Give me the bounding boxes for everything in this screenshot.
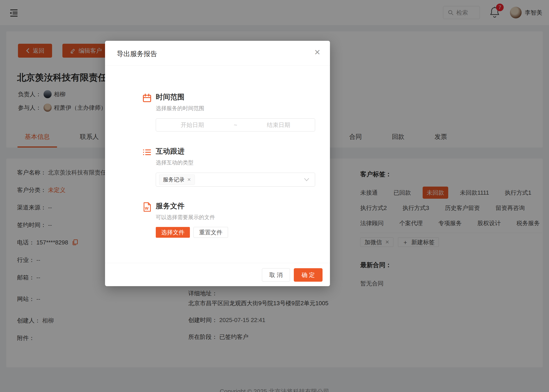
interaction-title: 互动跟进 [156,147,315,156]
service-files-title: 服务文件 [156,201,315,210]
modal-title: 导出服务报告 [117,49,157,58]
remove-option-icon[interactable]: ✕ [187,177,191,182]
modal-header: 导出服务报告 ✕ [105,41,330,65]
reset-files-button[interactable]: 重置文件 [193,227,228,238]
time-range-title: 时间范围 [156,92,315,101]
interaction-type-select[interactable]: 服务记录 ✕ [156,173,315,187]
interaction-section: 互动跟进 选择互动的类型 服务记录 ✕ [142,147,315,187]
export-report-modal: 导出服务报告 ✕ 时间范围 选择服务的时间范围 开始日期 ~ 结束日期 [105,41,330,286]
word-file-icon: W [142,202,152,212]
end-date-placeholder[interactable]: 结束日期 [242,121,315,129]
selected-option-chip: 服务记录 ✕ [159,175,195,185]
chevron-down-icon [304,178,309,182]
cancel-button[interactable]: 取 消 [262,268,290,282]
time-range-subtitle: 选择服务的时间范围 [156,105,315,112]
modal-footer: 取 消 确 定 [105,263,330,286]
calendar-icon [142,93,152,103]
service-files-subtitle: 可以选择需要展示的文件 [156,214,315,221]
start-date-placeholder[interactable]: 开始日期 [156,121,229,129]
list-icon [142,147,152,157]
choose-files-button[interactable]: 选择文件 [156,227,190,238]
svg-text:W: W [145,206,149,210]
date-range-input[interactable]: 开始日期 ~ 结束日期 [156,119,315,131]
close-icon[interactable]: ✕ [314,49,321,56]
time-range-section: 时间范围 选择服务的时间范围 开始日期 ~ 结束日期 [142,92,315,131]
interaction-subtitle: 选择互动的类型 [156,159,315,166]
service-files-section: W 服务文件 可以选择需要展示的文件 选择文件 重置文件 [142,201,315,238]
confirm-button[interactable]: 确 定 [294,268,322,282]
